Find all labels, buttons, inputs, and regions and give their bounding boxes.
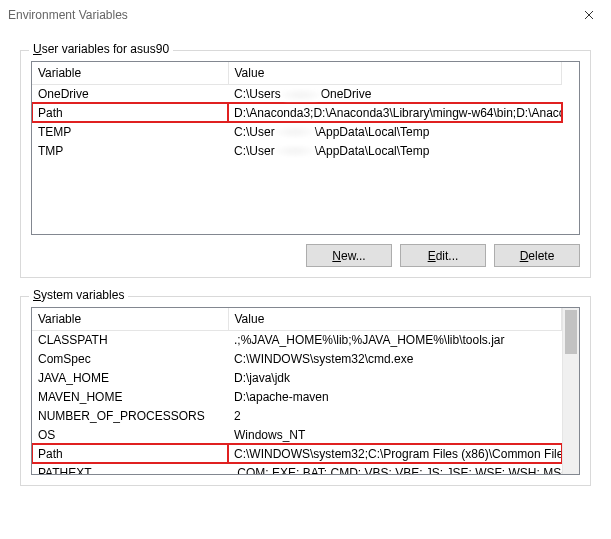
table-row[interactable]: PathD:\Anaconda3;D:\Anaconda3\Library\mi… [32,103,562,122]
scrollbar[interactable] [562,308,579,474]
close-icon [584,10,594,20]
var-name-cell: JAVA_HOME [32,368,228,387]
var-name-cell: Path [32,103,228,122]
redacted-smudge [281,89,321,101]
user-variables-list[interactable]: Variable Value OneDriveC:\UsersOneDriveP… [31,61,580,235]
table-row[interactable]: PATHEXT.COM;.EXE;.BAT;.CMD;.VBS;.VBE;.JS… [32,463,562,474]
var-value-cell: .COM;.EXE;.BAT;.CMD;.VBS;.VBE;.JS;.JSE;.… [228,463,562,474]
var-name-cell: ComSpec [32,349,228,368]
scrollbar-thumb[interactable] [565,310,577,354]
col-header-variable[interactable]: Variable [32,62,228,84]
var-value-cell: 2 [228,406,562,425]
table-row[interactable]: MAVEN_HOMED:\apache-maven [32,387,562,406]
var-name-cell: TMP [32,141,228,160]
table-row[interactable]: NUMBER_OF_PROCESSORS2 [32,406,562,425]
title-bar: Environment Variables [0,0,611,30]
table-row[interactable]: PathC:\WINDOWS\system32;C:\Program Files… [32,444,562,463]
var-name-cell: MAVEN_HOME [32,387,228,406]
close-button[interactable] [575,4,603,26]
user-variables-label: User variables for asus90 [29,42,173,56]
user-buttons: New... Edit... Delete [31,244,580,267]
table-row[interactable]: JAVA_HOMED:\java\jdk [32,368,562,387]
system-variables-list[interactable]: Variable Value CLASSPATH.;%JAVA_HOME%\li… [31,307,580,475]
table-row[interactable]: OneDriveC:\UsersOneDrive [32,84,562,103]
table-row[interactable]: OSWindows_NT [32,425,562,444]
user-variables-table: Variable Value OneDriveC:\UsersOneDriveP… [32,62,562,160]
var-name-cell: Path [32,444,228,463]
var-name-cell: PATHEXT [32,463,228,474]
table-row[interactable]: TEMPC:\User\AppData\Local\Temp [32,122,562,141]
var-name-cell: NUMBER_OF_PROCESSORS [32,406,228,425]
window-title: Environment Variables [8,8,575,22]
table-row[interactable]: ComSpecC:\WINDOWS\system32\cmd.exe [32,349,562,368]
var-value-cell: D:\apache-maven [228,387,562,406]
col-header-value[interactable]: Value [228,62,562,84]
var-value-cell: D:\java\jdk [228,368,562,387]
table-row[interactable]: TMPC:\User\AppData\Local\Temp [32,141,562,160]
var-value-cell: D:\Anaconda3;D:\Anaconda3\Library\mingw-… [228,103,562,122]
system-variables-label: System variables [29,288,128,302]
system-variables-group: System variables Variable Value CLASSPAT… [20,296,591,486]
new-button[interactable]: New... [306,244,392,267]
var-name-cell: OS [32,425,228,444]
var-name-cell: OneDrive [32,84,228,103]
var-name-cell: CLASSPATH [32,330,228,349]
dialog-content: User variables for asus90 Variable Value… [0,30,611,496]
user-variables-group: User variables for asus90 Variable Value… [20,50,591,278]
system-variables-table: Variable Value CLASSPATH.;%JAVA_HOME%\li… [32,308,562,474]
edit-button[interactable]: Edit... [400,244,486,267]
var-name-cell: TEMP [32,122,228,141]
var-value-cell: C:\User\AppData\Local\Temp [228,122,562,141]
col-header-value[interactable]: Value [228,308,562,330]
var-value-cell: C:\User\AppData\Local\Temp [228,141,562,160]
delete-button[interactable]: Delete [494,244,580,267]
var-value-cell: .;%JAVA_HOME%\lib;%JAVA_HOME%\lib\tools.… [228,330,562,349]
var-value-cell: C:\WINDOWS\system32;C:\Program Files (x8… [228,444,562,463]
var-value-cell: C:\UsersOneDrive [228,84,562,103]
var-value-cell: Windows_NT [228,425,562,444]
col-header-variable[interactable]: Variable [32,308,228,330]
var-value-cell: C:\WINDOWS\system32\cmd.exe [228,349,562,368]
table-row[interactable]: CLASSPATH.;%JAVA_HOME%\lib;%JAVA_HOME%\l… [32,330,562,349]
redacted-smudge [275,145,315,157]
redacted-smudge [275,126,315,138]
